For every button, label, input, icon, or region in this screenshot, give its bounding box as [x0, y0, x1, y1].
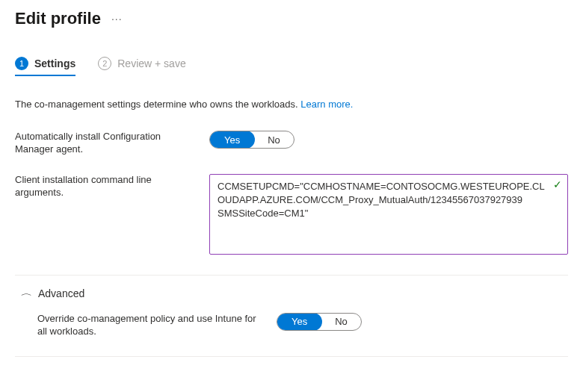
advanced-title: Advanced: [38, 287, 84, 299]
divider: [15, 356, 568, 357]
checkmark-icon: ✓: [553, 178, 562, 190]
override-label: Override co-management policy and use In…: [37, 313, 277, 338]
tab-label: Settings: [34, 57, 75, 69]
tab-label: Review + save: [117, 57, 185, 69]
page-title: Edit profile: [15, 9, 101, 28]
row-override: Override co-management policy and use In…: [37, 313, 568, 338]
cmdline-input[interactable]: [209, 174, 568, 255]
toggle-no[interactable]: No: [321, 314, 361, 330]
auto-install-label: Automatically install Configuration Mana…: [15, 131, 209, 156]
divider: [15, 275, 568, 276]
page-header: Edit profile ···: [15, 9, 568, 28]
tab-badge: 2: [98, 57, 111, 70]
row-auto-install: Automatically install Configuration Mana…: [15, 131, 568, 156]
wizard-tabs: 1 Settings 2 Review + save: [15, 57, 568, 76]
row-cmdline: Client installation command line argumen…: [15, 174, 568, 257]
toggle-no[interactable]: No: [254, 131, 294, 148]
learn-more-link[interactable]: Learn more.: [300, 99, 353, 110]
auto-install-toggle[interactable]: Yes No: [209, 131, 294, 149]
advanced-section-header[interactable]: ︿ Advanced: [15, 287, 568, 299]
tab-review-save[interactable]: 2 Review + save: [98, 57, 185, 76]
toggle-yes[interactable]: Yes: [209, 131, 255, 149]
tab-badge: 1: [15, 57, 28, 70]
toggle-yes[interactable]: Yes: [277, 313, 322, 331]
description-text: The co-management settings determine who…: [15, 99, 568, 110]
override-toggle[interactable]: Yes No: [277, 313, 362, 331]
more-icon[interactable]: ···: [111, 13, 123, 25]
chevron-up-icon: ︿: [21, 287, 32, 299]
cmdline-label: Client installation command line argumen…: [15, 174, 209, 199]
tab-settings[interactable]: 1 Settings: [15, 57, 75, 76]
